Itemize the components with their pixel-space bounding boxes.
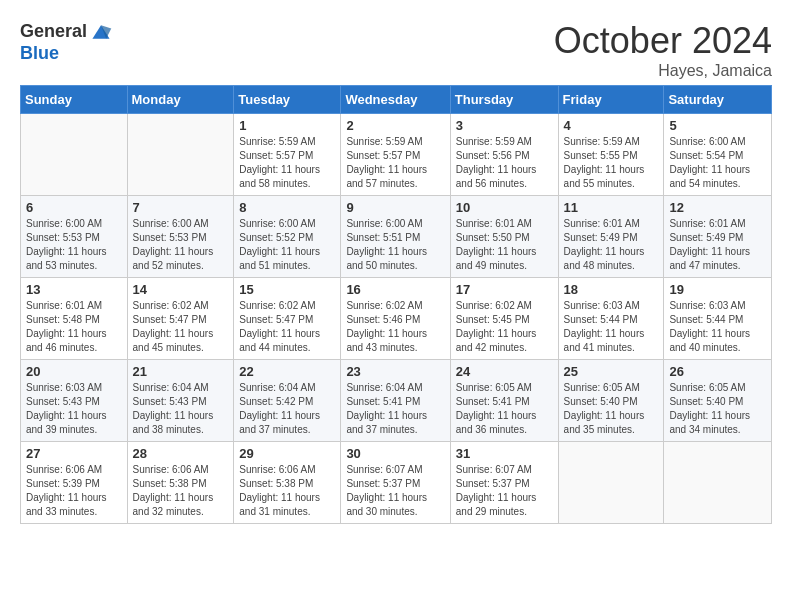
calendar-day-cell: 19Sunrise: 6:03 AM Sunset: 5:44 PM Dayli…	[664, 278, 772, 360]
day-info: Sunrise: 6:07 AM Sunset: 5:37 PM Dayligh…	[346, 463, 444, 519]
day-info: Sunrise: 6:01 AM Sunset: 5:50 PM Dayligh…	[456, 217, 553, 273]
day-info: Sunrise: 6:00 AM Sunset: 5:51 PM Dayligh…	[346, 217, 444, 273]
calendar-week-row: 20Sunrise: 6:03 AM Sunset: 5:43 PM Dayli…	[21, 360, 772, 442]
day-info: Sunrise: 5:59 AM Sunset: 5:56 PM Dayligh…	[456, 135, 553, 191]
day-info: Sunrise: 5:59 AM Sunset: 5:57 PM Dayligh…	[239, 135, 335, 191]
day-info: Sunrise: 6:01 AM Sunset: 5:48 PM Dayligh…	[26, 299, 122, 355]
day-number: 27	[26, 446, 122, 461]
logo-icon	[89, 20, 113, 44]
calendar-day-cell: 6Sunrise: 6:00 AM Sunset: 5:53 PM Daylig…	[21, 196, 128, 278]
day-number: 19	[669, 282, 766, 297]
calendar-day-cell: 30Sunrise: 6:07 AM Sunset: 5:37 PM Dayli…	[341, 442, 450, 524]
day-number: 10	[456, 200, 553, 215]
logo: General Blue	[20, 20, 113, 64]
calendar-day-cell: 12Sunrise: 6:01 AM Sunset: 5:49 PM Dayli…	[664, 196, 772, 278]
day-info: Sunrise: 6:06 AM Sunset: 5:38 PM Dayligh…	[133, 463, 229, 519]
day-number: 26	[669, 364, 766, 379]
day-number: 14	[133, 282, 229, 297]
day-number: 30	[346, 446, 444, 461]
calendar-day-cell: 7Sunrise: 6:00 AM Sunset: 5:53 PM Daylig…	[127, 196, 234, 278]
day-header-wednesday: Wednesday	[341, 86, 450, 114]
calendar-day-cell: 31Sunrise: 6:07 AM Sunset: 5:37 PM Dayli…	[450, 442, 558, 524]
month-title: October 2024	[554, 20, 772, 62]
day-info: Sunrise: 6:03 AM Sunset: 5:43 PM Dayligh…	[26, 381, 122, 437]
logo-blue-text: Blue	[20, 43, 59, 63]
day-info: Sunrise: 6:06 AM Sunset: 5:38 PM Dayligh…	[239, 463, 335, 519]
calendar-day-cell: 20Sunrise: 6:03 AM Sunset: 5:43 PM Dayli…	[21, 360, 128, 442]
calendar-day-cell: 16Sunrise: 6:02 AM Sunset: 5:46 PM Dayli…	[341, 278, 450, 360]
calendar-wrapper: SundayMondayTuesdayWednesdayThursdayFrid…	[10, 85, 782, 534]
day-info: Sunrise: 6:01 AM Sunset: 5:49 PM Dayligh…	[669, 217, 766, 273]
month-title-area: October 2024 Hayes, Jamaica	[554, 20, 772, 80]
day-info: Sunrise: 6:02 AM Sunset: 5:47 PM Dayligh…	[133, 299, 229, 355]
day-number: 5	[669, 118, 766, 133]
day-info: Sunrise: 6:04 AM Sunset: 5:41 PM Dayligh…	[346, 381, 444, 437]
calendar-day-cell: 2Sunrise: 5:59 AM Sunset: 5:57 PM Daylig…	[341, 114, 450, 196]
calendar-day-cell: 22Sunrise: 6:04 AM Sunset: 5:42 PM Dayli…	[234, 360, 341, 442]
calendar-day-cell: 3Sunrise: 5:59 AM Sunset: 5:56 PM Daylig…	[450, 114, 558, 196]
day-info: Sunrise: 6:02 AM Sunset: 5:47 PM Dayligh…	[239, 299, 335, 355]
calendar-day-cell: 5Sunrise: 6:00 AM Sunset: 5:54 PM Daylig…	[664, 114, 772, 196]
day-number: 24	[456, 364, 553, 379]
day-number: 17	[456, 282, 553, 297]
calendar-day-cell: 27Sunrise: 6:06 AM Sunset: 5:39 PM Dayli…	[21, 442, 128, 524]
calendar-day-cell: 21Sunrise: 6:04 AM Sunset: 5:43 PM Dayli…	[127, 360, 234, 442]
day-info: Sunrise: 6:00 AM Sunset: 5:52 PM Dayligh…	[239, 217, 335, 273]
day-header-sunday: Sunday	[21, 86, 128, 114]
day-number: 7	[133, 200, 229, 215]
day-number: 2	[346, 118, 444, 133]
day-info: Sunrise: 6:05 AM Sunset: 5:40 PM Dayligh…	[669, 381, 766, 437]
day-info: Sunrise: 6:00 AM Sunset: 5:54 PM Dayligh…	[669, 135, 766, 191]
day-number: 12	[669, 200, 766, 215]
day-number: 31	[456, 446, 553, 461]
calendar-day-cell	[664, 442, 772, 524]
calendar-day-cell: 29Sunrise: 6:06 AM Sunset: 5:38 PM Dayli…	[234, 442, 341, 524]
day-number: 3	[456, 118, 553, 133]
day-number: 29	[239, 446, 335, 461]
calendar-day-cell: 26Sunrise: 6:05 AM Sunset: 5:40 PM Dayli…	[664, 360, 772, 442]
calendar-day-cell: 24Sunrise: 6:05 AM Sunset: 5:41 PM Dayli…	[450, 360, 558, 442]
calendar-week-row: 6Sunrise: 6:00 AM Sunset: 5:53 PM Daylig…	[21, 196, 772, 278]
calendar-day-cell	[21, 114, 128, 196]
day-header-monday: Monday	[127, 86, 234, 114]
day-info: Sunrise: 6:00 AM Sunset: 5:53 PM Dayligh…	[26, 217, 122, 273]
calendar-day-cell: 8Sunrise: 6:00 AM Sunset: 5:52 PM Daylig…	[234, 196, 341, 278]
calendar-day-cell: 17Sunrise: 6:02 AM Sunset: 5:45 PM Dayli…	[450, 278, 558, 360]
day-number: 20	[26, 364, 122, 379]
calendar-day-cell: 14Sunrise: 6:02 AM Sunset: 5:47 PM Dayli…	[127, 278, 234, 360]
day-number: 16	[346, 282, 444, 297]
day-info: Sunrise: 6:03 AM Sunset: 5:44 PM Dayligh…	[669, 299, 766, 355]
day-number: 11	[564, 200, 659, 215]
day-number: 25	[564, 364, 659, 379]
calendar-header-row: SundayMondayTuesdayWednesdayThursdayFrid…	[21, 86, 772, 114]
calendar-day-cell: 11Sunrise: 6:01 AM Sunset: 5:49 PM Dayli…	[558, 196, 664, 278]
day-info: Sunrise: 6:05 AM Sunset: 5:40 PM Dayligh…	[564, 381, 659, 437]
day-header-saturday: Saturday	[664, 86, 772, 114]
day-number: 9	[346, 200, 444, 215]
calendar-day-cell: 13Sunrise: 6:01 AM Sunset: 5:48 PM Dayli…	[21, 278, 128, 360]
calendar-day-cell	[558, 442, 664, 524]
day-header-thursday: Thursday	[450, 86, 558, 114]
day-info: Sunrise: 6:01 AM Sunset: 5:49 PM Dayligh…	[564, 217, 659, 273]
day-number: 22	[239, 364, 335, 379]
page-header: General Blue October 2024 Hayes, Jamaica	[10, 10, 782, 85]
day-info: Sunrise: 6:03 AM Sunset: 5:44 PM Dayligh…	[564, 299, 659, 355]
calendar-week-row: 27Sunrise: 6:06 AM Sunset: 5:39 PM Dayli…	[21, 442, 772, 524]
day-number: 21	[133, 364, 229, 379]
calendar-day-cell: 4Sunrise: 5:59 AM Sunset: 5:55 PM Daylig…	[558, 114, 664, 196]
calendar-day-cell: 9Sunrise: 6:00 AM Sunset: 5:51 PM Daylig…	[341, 196, 450, 278]
day-info: Sunrise: 6:04 AM Sunset: 5:43 PM Dayligh…	[133, 381, 229, 437]
calendar-day-cell: 23Sunrise: 6:04 AM Sunset: 5:41 PM Dayli…	[341, 360, 450, 442]
day-info: Sunrise: 5:59 AM Sunset: 5:55 PM Dayligh…	[564, 135, 659, 191]
day-number: 1	[239, 118, 335, 133]
day-number: 15	[239, 282, 335, 297]
calendar-day-cell: 18Sunrise: 6:03 AM Sunset: 5:44 PM Dayli…	[558, 278, 664, 360]
day-number: 28	[133, 446, 229, 461]
day-info: Sunrise: 6:02 AM Sunset: 5:45 PM Dayligh…	[456, 299, 553, 355]
logo-general-text: General	[20, 22, 87, 42]
calendar-day-cell: 25Sunrise: 6:05 AM Sunset: 5:40 PM Dayli…	[558, 360, 664, 442]
day-number: 6	[26, 200, 122, 215]
calendar-day-cell: 1Sunrise: 5:59 AM Sunset: 5:57 PM Daylig…	[234, 114, 341, 196]
calendar-week-row: 1Sunrise: 5:59 AM Sunset: 5:57 PM Daylig…	[21, 114, 772, 196]
day-info: Sunrise: 6:06 AM Sunset: 5:39 PM Dayligh…	[26, 463, 122, 519]
